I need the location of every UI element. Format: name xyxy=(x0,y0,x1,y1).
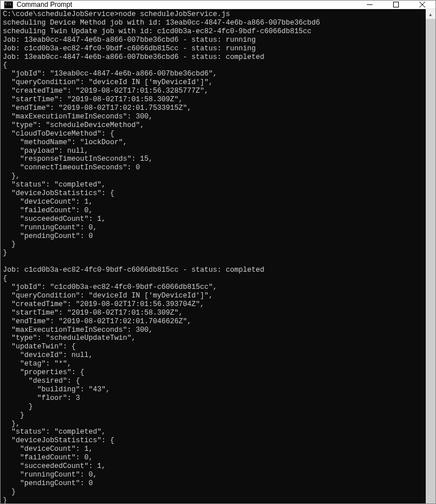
maximize-icon xyxy=(393,2,399,7)
window-titlebar[interactable]: Command Prompt xyxy=(1,1,435,9)
command-text: node scheduleJobService.js xyxy=(119,10,230,18)
scroll-up-arrow[interactable]: ▴ xyxy=(426,9,435,19)
window-title: Command Prompt xyxy=(17,1,357,9)
output-line: Job: c1cd0b3a-ec82-4fc0-9bdf-c6066db815c… xyxy=(3,45,256,53)
output-json: { "jobId": "c1cd0b3a-ec82-4fc0-9bdf-c606… xyxy=(3,275,217,504)
output-line: Job: 13eab0cc-4847-4e6b-a866-007bbe36cbd… xyxy=(3,36,256,44)
close-icon xyxy=(419,2,425,7)
output-line: scheduling Device Method job with id: 13… xyxy=(3,19,320,27)
minimize-icon xyxy=(367,2,373,7)
output-line: scheduling Twin Update job with id: c1cd… xyxy=(3,27,311,35)
console-area: C:\code\scheduleJobService>node schedule… xyxy=(1,9,435,504)
terminal-output[interactable]: C:\code\scheduleJobService>node schedule… xyxy=(1,9,426,504)
vertical-scrollbar[interactable]: ▴ ▾ xyxy=(426,9,435,504)
minimize-button[interactable] xyxy=(357,1,383,9)
cmd-icon xyxy=(4,1,13,9)
output-line: Job: 13eab0cc-4847-4e6b-a866-007bbe36cbd… xyxy=(3,53,265,61)
svg-rect-1 xyxy=(394,2,399,7)
window-icon xyxy=(1,1,17,9)
output-line: Job: c1cd0b3a-ec82-4fc0-9bdf-c6066db815c… xyxy=(3,266,265,274)
maximize-button[interactable] xyxy=(383,1,409,9)
output-json: { "jobId": "13eab0cc-4847-4e6b-a866-007b… xyxy=(3,61,217,257)
window-controls xyxy=(357,1,435,9)
close-button[interactable] xyxy=(409,1,435,9)
prompt: C:\code\scheduleJobService> xyxy=(3,10,119,18)
scroll-thumb[interactable] xyxy=(426,19,435,504)
scroll-track[interactable] xyxy=(426,19,435,504)
